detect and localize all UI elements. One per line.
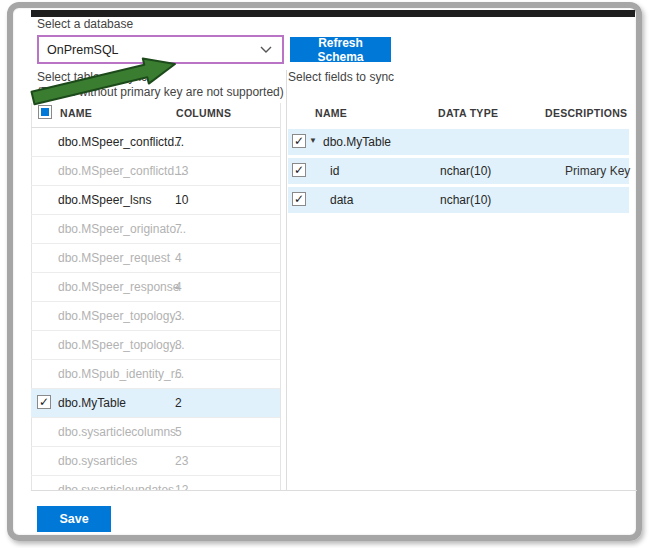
fields-header-descriptions: DESCRIPTIONS — [545, 107, 627, 119]
table-columns-count: 23 — [175, 454, 188, 468]
table-columns-count: 5 — [175, 425, 182, 439]
table-name: dbo.MSpeer_topology... — [58, 338, 185, 352]
save-button[interactable]: Save — [37, 506, 111, 532]
field-checkbox[interactable]: ✓ — [292, 163, 306, 177]
table-row[interactable]: dbo.MSpeer_topology... 3 — [31, 302, 280, 331]
field-datatype: nchar(10) — [440, 193, 491, 207]
table-row[interactable]: dbo.MSpeer_conflictd... 7 — [31, 128, 280, 157]
indeterminate-mark — [41, 108, 49, 116]
tables-header-columns: COLUMNS — [176, 107, 231, 119]
table-row[interactable]: dbo.MSpub_identity_r... 6 — [31, 360, 280, 389]
content-bottom-separator — [31, 490, 637, 491]
chevron-down-icon — [260, 46, 272, 54]
sync-dialog-screenshot: Select a database OnPremSQL Refresh Sche… — [0, 0, 650, 548]
field-row[interactable]: ✓ ▼ dbo.MyTable — [288, 129, 629, 155]
table-name: dbo.MSpeer_lsns — [58, 193, 151, 207]
table-row[interactable]: dbo.MSpeer_conflictd... 13 — [31, 157, 280, 186]
field-checkbox[interactable]: ✓ — [292, 192, 306, 206]
table-columns-count: 6 — [175, 367, 182, 381]
table-name: dbo.MSpeer_topology... — [58, 309, 185, 323]
row-checkbox[interactable]: ✓ — [37, 395, 51, 409]
table-columns-count: 10 — [175, 193, 188, 207]
table-name: dbo.MSpeer_conflictd... — [58, 164, 184, 178]
checkmark-icon: ✓ — [294, 164, 304, 176]
checkmark-icon: ✓ — [294, 135, 304, 147]
table-columns-count: 7 — [175, 135, 182, 149]
tables-header-name: NAME — [60, 107, 92, 119]
table-row[interactable]: dbo.MSpeer_request 4 — [31, 244, 280, 273]
table-row[interactable]: dbo.MSpeer_lsns 10 — [31, 186, 280, 215]
table-row[interactable]: dbo.sysarticlecolumns 5 — [31, 418, 280, 447]
fields-header-name: NAME — [315, 107, 347, 119]
table-row[interactable]: dbo.sysarticles 23 — [31, 447, 280, 476]
field-datatype: nchar(10) — [440, 164, 491, 178]
table-name: dbo.MSpeer_response — [58, 280, 179, 294]
field-description: Primary Key — [565, 164, 630, 178]
table-columns-count: 2 — [175, 396, 182, 410]
table-row[interactable]: dbo.MSpeer_originato... 7 — [31, 215, 280, 244]
field-name: data — [330, 193, 353, 207]
table-name: dbo.sysarticles — [58, 454, 137, 468]
table-name: dbo.sysarticleupdates — [58, 483, 174, 490]
table-name: dbo.MSpeer_originato... — [58, 222, 186, 236]
table-name: dbo.MyTable — [58, 396, 126, 410]
table-columns-count: 7 — [175, 222, 182, 236]
table-columns-count: 13 — [175, 164, 188, 178]
table-row[interactable]: ✓ dbo.MyTable 2 — [31, 389, 280, 418]
tables-rows: dbo.MSpeer_conflictd... 7 dbo.MSpeer_con… — [31, 128, 280, 490]
table-columns-count: 3 — [175, 309, 182, 323]
tables-right-border — [280, 103, 281, 490]
collapse-triangle-icon[interactable]: ▼ — [309, 136, 317, 145]
field-row[interactable]: ✓ data nchar(10) — [288, 187, 629, 213]
database-select[interactable]: OnPremSQL — [37, 35, 284, 64]
fields-rows: ✓ ▼ dbo.MyTable ✓ id nchar(10) Primary K… — [288, 129, 629, 216]
fields-panel-title: Select fields to sync — [288, 70, 394, 84]
panel-divider — [286, 70, 287, 490]
window-top-edge — [31, 10, 635, 17]
checkmark-icon: ✓ — [39, 396, 49, 408]
tables-panel-title: Select tables to sync — [37, 70, 147, 84]
table-columns-count: 4 — [175, 251, 182, 265]
field-name: dbo.MyTable — [323, 135, 391, 149]
table-row[interactable]: dbo.sysarticleupdates 12 — [31, 476, 280, 490]
field-row[interactable]: ✓ id nchar(10) Primary Key — [288, 158, 629, 184]
field-checkbox[interactable]: ✓ — [292, 134, 306, 148]
table-columns-count: 12 — [175, 483, 188, 490]
select-all-checkbox[interactable] — [38, 105, 52, 119]
database-select-value: OnPremSQL — [39, 43, 260, 57]
checkmark-icon: ✓ — [294, 193, 304, 205]
table-name: dbo.sysarticlecolumns — [58, 425, 176, 439]
tables-panel-subtitle: (Tables without primary key are not supp… — [37, 85, 284, 99]
table-name: dbo.MSpub_identity_r... — [58, 367, 184, 381]
table-columns-count: 4 — [175, 280, 182, 294]
table-name: dbo.MSpeer_request — [58, 251, 170, 265]
database-select-label: Select a database — [37, 17, 133, 31]
table-name: dbo.MSpeer_conflictd... — [58, 135, 184, 149]
refresh-schema-button[interactable]: Refresh Schema — [290, 37, 391, 62]
field-name: id — [330, 164, 339, 178]
table-columns-count: 8 — [175, 338, 182, 352]
fields-header-datatype: DATA TYPE — [438, 107, 498, 119]
table-row[interactable]: dbo.MSpeer_response 4 — [31, 273, 280, 302]
table-row[interactable]: dbo.MSpeer_topology... 8 — [31, 331, 280, 360]
